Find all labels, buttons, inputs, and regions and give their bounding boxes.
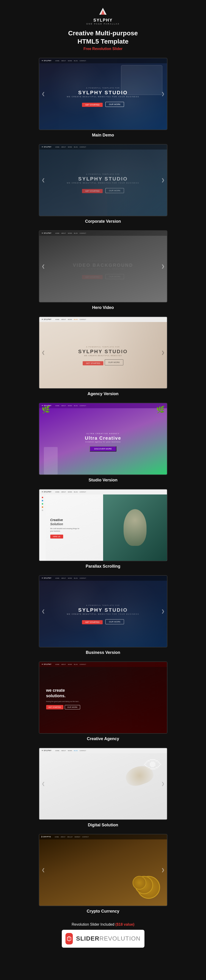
screenshot-studio[interactable]: ✦ SYLPHY HOME ABOUT WORK BLOG CONTACT 🌿 …	[39, 403, 168, 475]
demo-label-hero-video: Hero Video	[92, 305, 114, 310]
mini-nav-hero: ✦ SYLPHY HOME ABOUT WORK BLOG CONTACT	[39, 231, 167, 236]
screenshot-digital[interactable]: 👁 ✦ SYLPHY HOME ABOUT WORK BLOG CONTACT …	[39, 748, 168, 820]
arrow-left-hero[interactable]: ❮	[42, 264, 45, 269]
screenshot-hero-video[interactable]: ✦ SYLPHY HOME ABOUT WORK BLOG CONTACT A …	[39, 230, 168, 302]
mini-nav-agency: ✦ SYLPHY HOME ABOUT WORK BLOG CONTACT	[39, 317, 167, 322]
demo-label-creative-agency: Creative Agency	[87, 737, 119, 741]
arrow-left-main[interactable]: ❮	[42, 91, 45, 96]
logo-section: SYLPHY ONE PAGE PARALLAX	[86, 7, 120, 25]
revolution-icon	[65, 933, 73, 945]
arrow-right-digital[interactable]: ❯	[161, 781, 164, 786]
logo-sub: ONE PAGE PARALLAX	[86, 23, 120, 25]
mini-nav-digital: ✦ SYLPHY HOME ABOUT WORK BLOG CONTACT	[39, 748, 167, 753]
parallax-sidebar	[39, 495, 46, 561]
screen-btn-parallax[interactable]: HIRE US	[50, 535, 63, 539]
demo-item-agency: ✦ SYLPHY HOME ABOUT WORK BLOG CONTACT A …	[0, 317, 206, 396]
revolution-section: Revolution Slider Included ($18 value) S…	[0, 923, 206, 948]
revolution-text: Revolution Slider Included ($18 value)	[72, 923, 134, 927]
screenshot-main-demo[interactable]: ✦ SYLPHY HOME ABOUT WORK BLOG CONTACT A …	[39, 58, 168, 130]
demo-label-agency: Agency Version	[88, 391, 118, 396]
demo-item-studio: ✦ SYLPHY HOME ABOUT WORK BLOG CONTACT 🌿 …	[0, 403, 206, 482]
demo-label-main-demo: Main Demo	[92, 133, 114, 138]
demo-item-digital: 👁 ✦ SYLPHY HOME ABOUT WORK BLOG CONTACT …	[0, 748, 206, 827]
arrow-right-corp[interactable]: ❯	[161, 178, 164, 183]
screenshot-corporate[interactable]: ✦ SYLPHY HOME ABOUT WORK BLOG CONTACT A …	[39, 144, 168, 216]
arrow-right-main[interactable]: ❯	[161, 91, 164, 96]
arrow-right-crypto[interactable]: ❯	[161, 867, 164, 872]
demo-label-digital: Digital Solution	[88, 822, 118, 827]
revolution-brand-name: SLIDER	[76, 935, 99, 942]
sidebar-dot-4[interactable]	[42, 506, 43, 508]
demo-item-hero-video: ✦ SYLPHY HOME ABOUT WORK BLOG CONTACT A …	[0, 230, 206, 310]
screen-btn-ca-work[interactable]: OUR WORK	[65, 705, 80, 710]
demo-item-crypto: ₿ CRYPTO HOME ABOUT WALLET MARKET CONTAC…	[0, 834, 206, 914]
screen-btn-studio[interactable]: DISCOVER MORE	[89, 446, 117, 452]
logo-text: SYLPHY	[93, 18, 113, 23]
arrow-left-digital[interactable]: ❮	[42, 781, 45, 786]
sidebar-dot-5[interactable]	[42, 510, 43, 511]
demo-item-main-demo: ✦ SYLPHY HOME ABOUT WORK BLOG CONTACT A …	[0, 58, 206, 138]
demo-item-creative-agency: ✦ SYLPHY HOME ABOUT WORK BLOG CONTACT we…	[0, 662, 206, 741]
screenshot-business[interactable]: ✦ SYLPHY HOME ABOUT WORK BLOG CONTACT A …	[39, 575, 168, 648]
mini-nav-parallax: ✦ SYLPHY HOME ABOUT WORK BLOG CONTACT	[39, 489, 167, 495]
demo-item-corporate: ✦ SYLPHY HOME ABOUT WORK BLOG CONTACT A …	[0, 144, 206, 224]
arrow-right-biz[interactable]: ❯	[161, 609, 164, 614]
screenshot-agency[interactable]: ✦ SYLPHY HOME ABOUT WORK BLOG CONTACT A …	[39, 317, 168, 389]
page-main-title: Creative Multi-purposeHTML5 Template	[68, 29, 138, 46]
screenshot-parallax[interactable]: ✦ SYLPHY HOME ABOUT WORK BLOG CONTACT	[39, 489, 168, 561]
leaf-left-icon: 🌿	[42, 406, 50, 414]
page-subtitle: Free Revolution Slider	[84, 47, 123, 51]
demo-item-business: ✦ SYLPHY HOME ABOUT WORK BLOG CONTACT A …	[0, 575, 206, 655]
revolution-brand-suffix: REVOLUTION	[99, 935, 141, 942]
demo-label-business: Business Version	[86, 650, 120, 655]
demo-label-parallax: Parallax Scrolling	[86, 564, 120, 569]
screenshot-crypto[interactable]: ₿ CRYPTO HOME ABOUT WALLET MARKET CONTAC…	[39, 834, 168, 906]
page-wrapper: SYLPHY ONE PAGE PARALLAX Creative Multi-…	[0, 0, 206, 959]
arrow-left-crypto[interactable]: ❮	[42, 867, 45, 872]
demo-label-corporate: Corporate Version	[85, 219, 121, 224]
sylphy-logo-icon	[98, 7, 108, 17]
mini-nav-business: ✦ SYLPHY HOME ABOUT WORK BLOG CONTACT	[39, 576, 167, 581]
arrow-right-agency[interactable]: ❯	[161, 350, 164, 355]
arrow-right-hero[interactable]: ❯	[161, 264, 164, 269]
demo-item-parallax: ✦ SYLPHY HOME ABOUT WORK BLOG CONTACT	[0, 489, 206, 569]
mini-nav-studio: ✦ SYLPHY HOME ABOUT WORK BLOG CONTACT	[39, 403, 167, 408]
demo-label-crypto: Crypto Currency	[86, 909, 119, 914]
screenshot-creative-agency[interactable]: ✦ SYLPHY HOME ABOUT WORK BLOG CONTACT we…	[39, 662, 168, 734]
revolution-brand: SLIDER REVOLUTION	[76, 935, 141, 942]
mini-nav-ca: ✦ SYLPHY HOME ABOUT WORK BLOG CONTACT	[39, 662, 167, 667]
arrow-left-agency[interactable]: ❮	[42, 350, 45, 355]
leaf-right-icon: 🌿	[156, 406, 164, 414]
mini-nav-crypto: ₿ CRYPTO HOME ABOUT WALLET MARKET CONTAC…	[39, 834, 167, 839]
arrow-left-corp[interactable]: ❮	[42, 178, 45, 183]
mini-nav-corporate: ✦ SYLPHY HOME ABOUT WORK BLOG CONTACT	[39, 145, 167, 150]
revolution-badge: SLIDER REVOLUTION	[62, 930, 144, 948]
mini-nav-main: ✦ SYLPHY HOME ABOUT WORK BLOG CONTACT	[39, 58, 167, 63]
sidebar-dot-3[interactable]	[42, 503, 43, 504]
demo-label-studio: Studio Version	[88, 478, 117, 482]
arrow-left-biz[interactable]: ❮	[42, 609, 45, 614]
screen-btn-ca-start[interactable]: GET STARTED	[46, 705, 63, 710]
sidebar-dot-1[interactable]	[42, 497, 43, 498]
sidebar-dot-2[interactable]	[42, 500, 43, 501]
